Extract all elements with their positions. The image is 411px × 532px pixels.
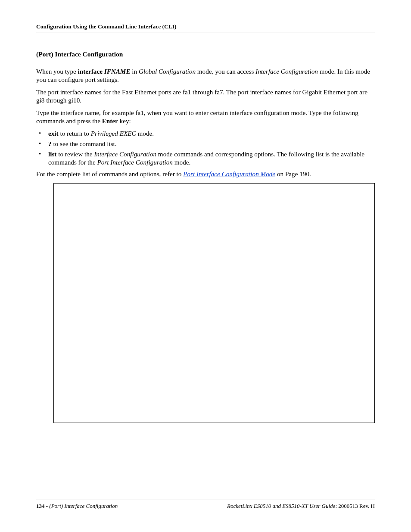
footer-left: 134 - (Port) Interface Configuration	[36, 503, 118, 510]
text: For the complete list of commands and op…	[36, 170, 183, 177]
text: mode, you can access	[196, 68, 255, 75]
text: mode.	[136, 130, 154, 137]
text: Type the interface name, for example fa1…	[36, 109, 358, 124]
cross-reference-link[interactable]: Port Interface Configuration Mode	[183, 170, 275, 177]
mode-name: Interface Configuration	[255, 68, 318, 75]
footer-guide: RocketLinx ES8510 and ES8510-XT User Gui…	[227, 503, 335, 509]
page-number: 134 -	[36, 503, 49, 509]
page: Configuration Using the Command Line Int…	[0, 0, 411, 532]
mode-name: Port Interface Configuration	[97, 159, 173, 166]
list-item: list to review the Interface Configurati…	[36, 150, 375, 166]
section-title: (Port) Interface Configuration	[36, 50, 375, 61]
footer-right: RocketLinx ES8510 and ES8510-XT User Gui…	[227, 503, 375, 510]
paragraph-1: When you type interface IFNAME in Global…	[36, 67, 375, 84]
body-text: When you type interface IFNAME in Global…	[36, 67, 375, 423]
paragraph-4: For the complete list of commands and op…	[36, 170, 375, 178]
command-name: interface	[78, 68, 103, 75]
text: mode.	[173, 159, 190, 166]
command-arg: IFNAME	[104, 68, 131, 75]
text: in	[131, 68, 139, 75]
command-name: list	[48, 150, 56, 158]
mode-name: Global Configuration	[139, 68, 196, 75]
command-name: exit	[48, 130, 59, 137]
running-header: Configuration Using the Command Line Int…	[36, 23, 375, 32]
text: When you type	[36, 68, 78, 75]
mode-name: Privileged EXEC	[91, 130, 136, 137]
mode-name: Interface Configuration	[94, 150, 156, 158]
key-name: Enter	[102, 117, 118, 124]
list-item: ? to see the command list.	[36, 140, 375, 148]
text: on Page 190.	[275, 170, 311, 177]
text: key:	[118, 117, 131, 124]
paragraph-3: Type the interface name, for example fa1…	[36, 109, 375, 125]
footer-section: (Port) Interface Configuration	[49, 503, 118, 509]
command-name: ?	[48, 140, 52, 147]
text: to review the	[56, 150, 94, 158]
figure-placeholder	[53, 183, 375, 423]
page-footer: 134 - (Port) Interface Configuration Roc…	[36, 500, 375, 510]
bullet-list: exit to return to Privileged EXEC mode. …	[36, 129, 375, 166]
footer-rev: : 2000513 Rev. H	[335, 503, 375, 509]
text: to return to	[59, 130, 91, 137]
list-item: exit to return to Privileged EXEC mode.	[36, 129, 375, 137]
paragraph-2: The port interface names for the Fast Et…	[36, 88, 375, 104]
text: to see the command list.	[52, 140, 117, 147]
